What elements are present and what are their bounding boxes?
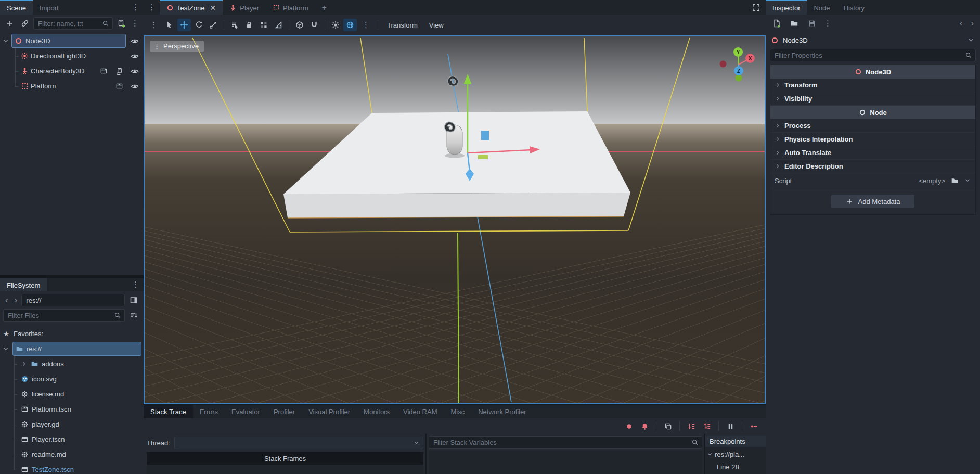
- inspector-filter-input[interactable]: [770, 49, 976, 61]
- attach-script-button[interactable]: [114, 17, 128, 30]
- fs-sort-button[interactable]: [127, 309, 140, 322]
- fs-row-root[interactable]: res://: [2, 341, 141, 356]
- tab-inspector[interactable]: Inspector: [766, 0, 807, 15]
- rotate-tool-button[interactable]: [192, 19, 205, 31]
- tab-node[interactable]: Node: [807, 0, 836, 15]
- chevron-down-icon[interactable]: [967, 36, 975, 44]
- script-load-button[interactable]: [949, 174, 960, 187]
- open-script-button[interactable]: [112, 65, 126, 78]
- scale-tool-button[interactable]: [207, 19, 220, 31]
- stack-frames-list[interactable]: [147, 465, 423, 474]
- scene-toolbar-menu-icon[interactable]: ⋮: [130, 19, 140, 28]
- collapse-icon[interactable]: [2, 37, 9, 45]
- new-resource-button[interactable]: [770, 17, 783, 30]
- scene-filter-input[interactable]: [33, 17, 113, 30]
- scene-tab-testzone[interactable]: TestZone ✕: [160, 0, 223, 15]
- save-resource-button[interactable]: [805, 17, 819, 30]
- list-select-button[interactable]: [228, 19, 241, 31]
- fs-filter-input[interactable]: [3, 309, 125, 322]
- fs-forward-button[interactable]: ›: [12, 295, 20, 305]
- move-tool-button[interactable]: [177, 19, 191, 31]
- tab-monitors[interactable]: Monitors: [357, 405, 396, 418]
- snap-toggle-button[interactable]: [307, 19, 321, 31]
- preview-environment-button[interactable]: [343, 19, 357, 31]
- preview-sun-button[interactable]: [329, 19, 342, 31]
- error-notify-button[interactable]: [638, 420, 651, 432]
- perspective-menu[interactable]: ⋮ Perspective: [150, 41, 204, 52]
- step-into-button[interactable]: [685, 420, 698, 432]
- transform-menu[interactable]: Transform: [382, 18, 423, 32]
- add-node-button[interactable]: [3, 17, 17, 30]
- scene-tab-platform[interactable]: Platform: [266, 0, 315, 15]
- history-back-button[interactable]: ‹: [958, 18, 965, 29]
- copy-error-button[interactable]: [661, 420, 675, 432]
- close-icon[interactable]: ✕: [210, 4, 216, 12]
- sun-env-menu-icon[interactable]: ⋮: [358, 20, 374, 30]
- new-scene-tab-button[interactable]: +: [315, 0, 333, 15]
- visibility-toggle-node3d[interactable]: [128, 35, 141, 47]
- gizmo-plane-handle-green[interactable]: [478, 155, 488, 159]
- tab-import[interactable]: Import: [33, 0, 66, 15]
- select-tool-button[interactable]: [163, 19, 176, 31]
- stack-variables-list[interactable]: [429, 451, 702, 474]
- expand-icon[interactable]: [21, 361, 28, 367]
- axis-neg-ball[interactable]: [736, 75, 742, 82]
- fs-back-button[interactable]: ‹: [3, 295, 10, 305]
- script-value[interactable]: <empty>: [919, 177, 945, 185]
- tree-row-directionallight3d[interactable]: DirectionalLight3D: [2, 48, 141, 63]
- resource-menu-icon[interactable]: ⋮: [823, 19, 833, 28]
- chevron-down-icon[interactable]: [964, 177, 971, 184]
- tree-row-platform[interactable]: Platform: [2, 79, 141, 94]
- tab-stack-trace[interactable]: Stack Trace: [144, 405, 193, 418]
- fs-row-addons[interactable]: addons: [2, 356, 141, 371]
- history-forward-button[interactable]: ›: [969, 18, 976, 29]
- tab-visual-profiler[interactable]: Visual Profiler: [302, 405, 357, 418]
- fs-row-icon-svg[interactable]: icon.svg: [2, 371, 141, 387]
- section-visibility[interactable]: Visibility: [770, 92, 975, 106]
- breakpoint-line-row[interactable]: Line 28: [706, 460, 765, 473]
- distraction-free-button[interactable]: [749, 1, 763, 14]
- lock-selected-button[interactable]: [242, 19, 256, 31]
- axis-neg-x-ball[interactable]: [720, 61, 727, 68]
- visibility-toggle-light[interactable]: [128, 50, 141, 62]
- section-editor-description[interactable]: Editor Description: [770, 160, 975, 173]
- collapse-icon[interactable]: [706, 451, 713, 458]
- collapse-icon[interactable]: [2, 345, 9, 353]
- section-physics-interpolation[interactable]: Physics Interpolation: [770, 133, 975, 146]
- instance-scene-button[interactable]: [18, 17, 32, 30]
- breakpoint-file-row[interactable]: res://pla...: [706, 448, 765, 460]
- fs-row-player-gd[interactable]: player.gd: [2, 417, 141, 432]
- node3d-selection[interactable]: Node3D: [11, 34, 126, 48]
- section-auto-translate[interactable]: Auto Translate: [770, 146, 975, 160]
- section-process[interactable]: Process: [770, 119, 975, 133]
- open-instance-button[interactable]: [97, 65, 110, 78]
- visibility-toggle-platform[interactable]: [128, 80, 141, 93]
- group-selected-button[interactable]: [257, 19, 270, 31]
- fs-path-input[interactable]: [21, 294, 125, 306]
- scene-tab-player[interactable]: Player: [223, 0, 266, 15]
- fs-dock-menu-icon[interactable]: ⋮: [127, 278, 144, 291]
- tab-history[interactable]: History: [837, 0, 871, 15]
- edited-object-row[interactable]: Node3D: [766, 32, 980, 48]
- tab-network-profiler[interactable]: Network Profiler: [471, 405, 533, 418]
- section-transform[interactable]: Transform: [770, 79, 975, 92]
- fs-row-testzone-tscn[interactable]: TestZone.tscn: [2, 462, 141, 474]
- fs-row-readme[interactable]: readme.md: [2, 447, 141, 462]
- step-over-button[interactable]: [700, 420, 714, 432]
- tab-video-ram[interactable]: Video RAM: [396, 405, 444, 418]
- open-instance-button[interactable]: [112, 80, 126, 93]
- tab-scene[interactable]: Scene: [0, 0, 33, 15]
- fs-row-license[interactable]: license.md: [2, 387, 141, 402]
- stack-variables-filter-input[interactable]: [429, 436, 702, 449]
- tab-misc[interactable]: Misc: [444, 405, 471, 418]
- local-space-button[interactable]: [293, 19, 306, 31]
- tab-filesystem[interactable]: FileSystem: [0, 278, 47, 291]
- visibility-toggle-character[interactable]: [128, 65, 141, 78]
- fs-row-player-tscn[interactable]: Player.tscn: [2, 432, 141, 447]
- scene-dock-menu-icon[interactable]: ⋮: [127, 0, 144, 15]
- break-on-error-button[interactable]: [622, 420, 636, 432]
- tab-evaluator[interactable]: Evaluator: [225, 405, 267, 418]
- gizmo-plane-handle-blue[interactable]: [481, 131, 489, 140]
- fs-row-favorites[interactable]: ★ Favorites:: [2, 326, 141, 341]
- fs-root-selection[interactable]: res://: [12, 342, 141, 356]
